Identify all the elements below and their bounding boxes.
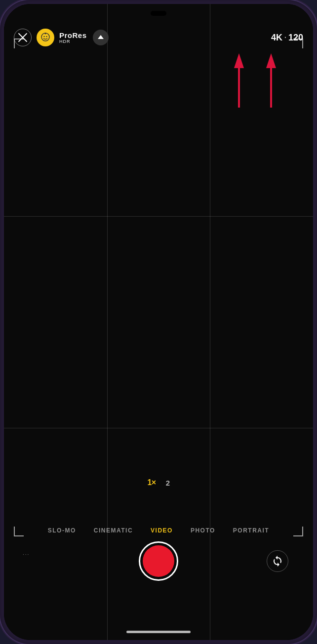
svg-point-5 <box>45 33 46 35</box>
top-controls-bar: ProRes HDR 4K · 120 <box>4 29 313 46</box>
arrow-left-icon <box>234 53 261 108</box>
face-tracking-button[interactable] <box>37 29 54 46</box>
bottom-controls <box>4 541 313 581</box>
mode-video[interactable]: VIDEO <box>142 527 182 534</box>
camera-mode-selector: SLO-MO CINEMATIC VIDEO PHOTO PORTRAIT <box>4 527 313 534</box>
flash-off-icon <box>18 33 28 42</box>
svg-point-3 <box>43 36 44 37</box>
dynamic-island <box>151 11 166 16</box>
mode-photo[interactable]: PHOTO <box>182 527 224 534</box>
resolution-display[interactable]: 4K · 120 <box>271 33 303 43</box>
resolution-value: 4K <box>271 33 282 43</box>
record-button-inner <box>143 545 174 577</box>
grid-horizontal-1 <box>4 216 313 217</box>
face-tracking-icon <box>40 32 51 43</box>
mode-cinematic[interactable]: CINEMATIC <box>85 527 142 534</box>
svg-marker-7 <box>234 53 244 108</box>
svg-point-4 <box>46 36 47 37</box>
grid-horizontal-2 <box>4 428 313 428</box>
home-indicator <box>126 631 191 633</box>
svg-marker-8 <box>266 53 276 108</box>
mode-slomo[interactable]: SLO-MO <box>39 527 85 534</box>
prores-label: ProRes HDR <box>59 32 87 44</box>
resolution-separator: · <box>284 34 286 41</box>
chevron-up-icon <box>98 35 104 39</box>
flip-camera-button[interactable] <box>267 550 288 572</box>
mode-portrait[interactable]: PORTRAIT <box>224 527 278 534</box>
flip-camera-icon <box>272 555 283 567</box>
annotation-arrows <box>234 53 293 108</box>
phone-frame: ProRes HDR 4K · 120 <box>0 0 317 644</box>
flash-button[interactable] <box>14 29 32 46</box>
record-button[interactable] <box>139 541 178 581</box>
arrow-right-icon <box>266 53 293 108</box>
phone-screen: ProRes HDR 4K · 120 <box>4 4 313 640</box>
prores-sub-text: HDR <box>59 39 87 44</box>
camera-viewfinder: ProRes HDR 4K · 120 <box>4 4 313 640</box>
zoom-2x-button[interactable]: 2 <box>166 479 170 487</box>
chevron-button[interactable] <box>93 30 109 45</box>
zoom-1x-button[interactable]: 1× <box>147 478 156 487</box>
fps-value: 120 <box>288 33 303 43</box>
zoom-controls: 1× 2 <box>147 478 169 487</box>
prores-main-text: ProRes <box>59 32 87 39</box>
